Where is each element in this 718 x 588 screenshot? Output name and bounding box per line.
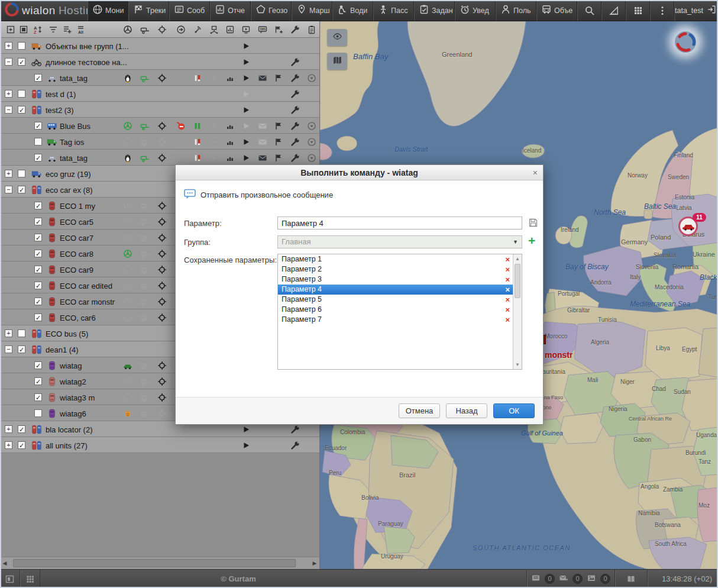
expander-plus-icon[interactable]: + (5, 42, 12, 50)
unit-trailer-icon[interactable] (140, 233, 150, 243)
group-play-icon[interactable] (241, 57, 251, 67)
unit-locate-icon[interactable] (157, 249, 167, 259)
unit-more-icon[interactable] (307, 121, 316, 131)
unit-locate-icon[interactable] (157, 201, 167, 211)
unit-mail-icon[interactable] (258, 73, 267, 83)
unit-wrench-icon[interactable] (290, 137, 300, 147)
expander-plus-icon[interactable]: + (5, 329, 12, 337)
unit-driver-icon[interactable] (123, 361, 132, 370)
group-label[interactable]: eco car ex (8) (46, 186, 92, 195)
unit-locate-icon[interactable] (157, 121, 167, 131)
unit-locate-icon[interactable] (157, 361, 167, 370)
unit-trailer-icon[interactable] (140, 409, 150, 418)
nav-tab-6[interactable]: Води (332, 0, 373, 21)
unit-block-icon[interactable] (176, 137, 186, 147)
unit-sensor-icon[interactable] (193, 153, 202, 163)
unit-checkbox[interactable] (34, 138, 42, 146)
unit-wrench-icon[interactable] (290, 121, 300, 131)
unit-locate-icon[interactable] (157, 409, 167, 418)
unit-driver-icon[interactable] (123, 249, 132, 259)
unit-label[interactable]: ECO car8 (60, 250, 93, 259)
unit-chart-icon[interactable] (225, 73, 235, 83)
unit-dot-icon[interactable] (209, 137, 219, 147)
delete-param-icon[interactable]: × (505, 315, 510, 325)
network-icon[interactable] (209, 25, 219, 34)
group-checkbox[interactable] (18, 42, 25, 50)
unit-locate-icon[interactable] (157, 265, 167, 274)
properties-icon[interactable] (307, 25, 316, 34)
list-scrollbar-thumb[interactable] (515, 264, 520, 298)
unit-flag-icon[interactable] (274, 73, 283, 83)
group-play-icon[interactable] (241, 441, 251, 450)
nav-tab-1[interactable]: Треки (128, 0, 169, 21)
unit-driver-icon[interactable] (123, 313, 132, 322)
user-menu[interactable]: tata_test (674, 0, 718, 21)
more-dots-icon[interactable] (650, 0, 674, 21)
unit-trailer-icon[interactable] (140, 217, 150, 227)
nav-tab-9[interactable]: Увед (455, 0, 496, 21)
group-label[interactable]: test2 (3) (46, 106, 74, 115)
sms-icon[interactable]: SMS (258, 25, 267, 34)
unit-checkbox[interactable]: ✓ (34, 282, 42, 289)
display-mode-icon[interactable] (19, 25, 28, 34)
unit-chart-icon[interactable] (225, 121, 235, 131)
unit-mail-icon[interactable] (258, 153, 267, 163)
saved-param-item[interactable]: Параметр 6× (278, 305, 513, 315)
unit-trailer-icon[interactable] (140, 73, 150, 83)
expand-tree-icon[interactable] (6, 25, 15, 34)
unit-label[interactable]: ECO car9 (60, 266, 93, 274)
unit-locate-icon[interactable] (157, 217, 167, 227)
unit-label[interactable]: ECO car edited (60, 282, 112, 290)
unit-label[interactable]: ECO car7 (60, 234, 93, 243)
unit-label[interactable]: wiatag (60, 361, 82, 370)
unit-checkbox[interactable] (34, 409, 42, 417)
expander-minus-icon[interactable]: − (5, 106, 12, 114)
unit-locate-icon[interactable] (157, 281, 167, 290)
unit-checkbox[interactable]: ✓ (34, 202, 42, 209)
unit-dot-icon[interactable] (209, 121, 219, 131)
group-label[interactable]: all units (27) (46, 441, 88, 450)
unit-driver-icon[interactable] (123, 73, 132, 83)
sort-az-icon[interactable]: AZ (33, 25, 43, 34)
unit-driver-icon[interactable] (123, 153, 132, 163)
expander-plus-icon[interactable]: + (5, 90, 12, 98)
saved-param-item[interactable]: Параметр 1× (278, 254, 513, 264)
group-settings-icon[interactable] (290, 425, 300, 434)
unit-checkbox[interactable]: ✓ (34, 266, 42, 273)
unit-locate-icon[interactable] (157, 313, 167, 322)
unit-driver-icon[interactable] (123, 393, 132, 402)
unit-play-icon[interactable] (241, 137, 251, 147)
group-settings-icon[interactable] (290, 105, 300, 115)
unit-sensor-icon[interactable] (193, 73, 202, 83)
unit-trailer-icon[interactable] (140, 249, 150, 259)
follow-icon[interactable] (176, 25, 186, 34)
group-play-icon[interactable] (241, 425, 251, 434)
show-all-icon[interactable]: All (77, 25, 86, 34)
unit-label[interactable]: wiatag6 (60, 409, 86, 418)
unit-driver-icon[interactable] (123, 281, 132, 290)
group-label[interactable]: ECO bus (5) (46, 329, 88, 338)
delete-param-icon[interactable]: × (505, 264, 510, 274)
unit-checkbox[interactable]: ✓ (34, 393, 42, 401)
group-play-icon[interactable] (241, 89, 251, 99)
scroll-left-icon[interactable]: ◀ (1, 560, 8, 567)
unit-checkbox[interactable]: ✓ (34, 234, 42, 241)
unit-driver-icon[interactable] (123, 265, 132, 274)
unit-label[interactable]: ECO car monstr (60, 298, 115, 306)
delete-param-icon[interactable]: × (505, 274, 510, 285)
unit-checkbox[interactable]: ✓ (34, 250, 42, 257)
driver-icon[interactable] (123, 25, 132, 34)
unit-checkbox[interactable]: ✓ (34, 122, 42, 130)
unit-locate-icon[interactable] (157, 297, 167, 306)
unit-label[interactable]: wiatag2 (60, 377, 86, 386)
apps-grid-icon[interactable] (626, 0, 650, 21)
unit-driver-icon[interactable] (123, 137, 132, 147)
group-label[interactable]: eco gruz (19) (46, 170, 91, 179)
unit-driver-icon[interactable] (123, 377, 132, 386)
unit-driver-icon[interactable] (123, 201, 132, 211)
unit-dot-icon[interactable] (209, 73, 219, 83)
group-label[interactable]: Объекты вне групп (1... (46, 42, 129, 51)
unit-label[interactable]: Blue Bus (60, 122, 90, 131)
nav-tab-4[interactable]: Геозо (251, 0, 292, 21)
filter-icon[interactable] (48, 25, 58, 34)
